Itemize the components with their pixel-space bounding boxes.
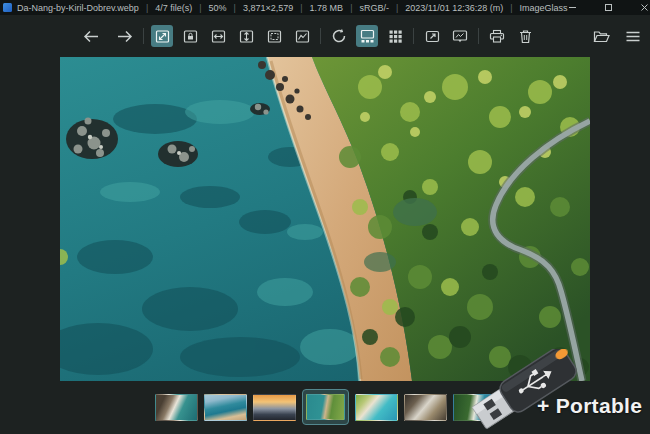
- titlebar-separator: |: [234, 3, 236, 13]
- portable-label: + Portable: [537, 394, 642, 418]
- aerial-coastline-photo: [60, 57, 590, 381]
- thumbnail-bar-icon: [359, 28, 376, 45]
- main-toolbar: [0, 22, 650, 50]
- slideshow-icon: [451, 28, 469, 45]
- scale-to-fill-button[interactable]: [291, 25, 313, 47]
- titlebar-separator: |: [199, 3, 201, 13]
- minimize-icon: [568, 3, 577, 12]
- slideshow-button[interactable]: [449, 25, 471, 47]
- titlebar-separator: |: [396, 3, 398, 13]
- print-icon: [488, 28, 506, 45]
- titlebar-dimensions: 3,871×2,579: [243, 3, 293, 13]
- refresh-button[interactable]: [328, 25, 350, 47]
- maximize-button[interactable]: [604, 3, 613, 12]
- refresh-icon: [330, 27, 348, 45]
- lock-zoom-icon: [182, 28, 199, 45]
- titlebar-separator: |: [300, 3, 302, 13]
- scale-to-fill-icon: [294, 28, 311, 45]
- toolbar-right-group: [590, 25, 644, 47]
- scale-to-height-button[interactable]: [235, 25, 257, 47]
- titlebar-file-count: 4/7 file(s): [155, 3, 192, 13]
- auto-zoom-icon: [154, 28, 171, 45]
- thumb-green-coast-aerial[interactable]: [453, 394, 496, 421]
- checkerboard-button[interactable]: [384, 25, 406, 47]
- arrow-right-icon: [116, 28, 134, 45]
- open-folder-icon: [592, 28, 611, 45]
- trash-icon: [517, 28, 534, 45]
- titlebar-separator: |: [510, 3, 512, 13]
- checkerboard-icon: [387, 28, 404, 45]
- minimize-button[interactable]: [568, 3, 577, 12]
- titlebar-filesize: 1.78 MB: [310, 3, 344, 13]
- arrow-left-icon: [82, 28, 100, 45]
- print-button[interactable]: [486, 25, 508, 47]
- titlebar-colorspace: sRGB/-: [359, 3, 389, 13]
- open-file-button[interactable]: [590, 25, 612, 47]
- back-button[interactable]: [80, 25, 102, 47]
- thumbnail-bar-button[interactable]: [356, 25, 378, 47]
- toolbar-separator: [143, 28, 144, 44]
- toolbar-separator: [320, 28, 321, 44]
- main-menu-button[interactable]: [622, 25, 644, 47]
- thumb-selected-box[interactable]: [302, 389, 349, 425]
- forward-button[interactable]: [114, 25, 136, 47]
- scale-to-width-icon: [210, 28, 227, 45]
- toolbar-separator: [413, 28, 414, 44]
- titlebar-date: 2023/11/01 12:36:28 (m): [405, 3, 503, 13]
- image-viewer-canvas[interactable]: [60, 57, 590, 381]
- thumb-turquoise-beach[interactable]: [355, 394, 398, 421]
- close-icon: [640, 3, 649, 12]
- scale-to-fit-icon: [266, 28, 283, 45]
- imageglass-logo-icon: [3, 3, 12, 12]
- titlebar-filename: Da-Nang-by-Kiril-Dobrev.webp: [17, 3, 139, 13]
- scale-to-fit-button[interactable]: [263, 25, 285, 47]
- thumb-coastline-aerial[interactable]: [204, 394, 247, 421]
- maximize-icon: [604, 3, 613, 12]
- lock-zoom-button[interactable]: [179, 25, 201, 47]
- close-button[interactable]: [640, 3, 649, 12]
- titlebar-separator: |: [350, 3, 352, 13]
- titlebar-zoom-level: 50%: [209, 3, 227, 13]
- scale-to-width-button[interactable]: [207, 25, 229, 47]
- window-controls: [568, 3, 650, 12]
- delete-button[interactable]: [514, 25, 536, 47]
- titlebar-separator: |: [146, 3, 148, 13]
- auto-zoom-button[interactable]: [151, 25, 173, 47]
- thumb-rocky-surf[interactable]: [404, 394, 447, 421]
- thumb-danang-coast-current[interactable]: [306, 394, 345, 420]
- hamburger-menu-icon: [624, 28, 642, 45]
- scale-to-height-icon: [238, 28, 255, 45]
- fullscreen-button[interactable]: [421, 25, 443, 47]
- titlebar-appname: ImageGlass: [520, 3, 568, 13]
- titlebar: Da-Nang-by-Kiril-Dobrev.webp | 4/7 file(…: [0, 0, 650, 15]
- thumb-waves-on-rocks[interactable]: [155, 394, 198, 421]
- toolbar-separator: [478, 28, 479, 44]
- fullscreen-icon: [424, 28, 441, 45]
- thumb-sunset-boats[interactable]: [253, 394, 296, 421]
